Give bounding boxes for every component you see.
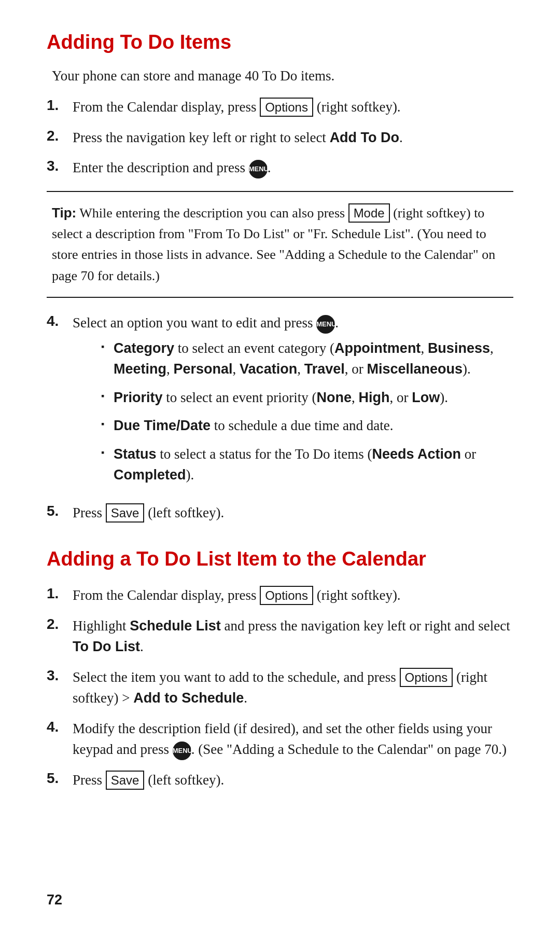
bullet-marker: ▪ [101, 338, 114, 354]
bullet-item: ▪ Due Time/Date to schedule a due time a… [101, 415, 513, 436]
options-key: Options [260, 98, 313, 117]
step-number: 3. [47, 157, 73, 174]
step-2-5: 5. Press Save (left softkey). [47, 770, 513, 791]
bold-text: Due Time/Date [114, 418, 211, 433]
bold-text: Completed [114, 467, 186, 483]
bold-text: Miscellaneous [367, 361, 463, 377]
mode-key: Mode [348, 203, 390, 223]
step-1-1: 1. From the Calendar display, press Opti… [47, 97, 513, 118]
step-2-3: 3. Select the item you want to add to th… [47, 667, 513, 709]
bullet-content: Due Time/Date to schedule a due time and… [114, 415, 513, 436]
options-key: Options [400, 668, 453, 687]
step-content: Highlight Schedule List and press the na… [73, 615, 513, 657]
step-content: Select an option you want to edit and pr… [73, 312, 513, 493]
section2-title: Adding a To Do List Item to the Calendar [47, 548, 513, 570]
step-number: 5. [47, 502, 73, 519]
bullet-content: Status to select a status for the To Do … [114, 444, 513, 486]
menu-ok-button: MENUOK [249, 160, 268, 178]
tip-label: Tip: [52, 205, 76, 221]
step-1-4: 4. Select an option you want to edit and… [47, 312, 513, 493]
menu-ok-button: MENUOK [316, 315, 335, 334]
bold-text: None [316, 390, 352, 405]
step-number: 3. [47, 667, 73, 684]
bold-text: Personal [174, 361, 233, 377]
options-key: Options [260, 586, 313, 605]
section1-title: Adding To Do Items [47, 31, 513, 53]
section1-intro: Your phone can store and manage 40 To Do… [52, 68, 513, 84]
bold-text: Appointment [334, 340, 421, 356]
bullet-item: ▪ Priority to select an event priority (… [101, 387, 513, 408]
bold-text: To Do List [73, 639, 140, 654]
bold-text: Needs Action [372, 446, 461, 462]
step-number: 5. [47, 770, 73, 787]
bullet-item: ▪ Category to select an event category (… [101, 338, 513, 380]
step-content: Select the item you want to add to the s… [73, 667, 513, 709]
step-content: From the Calendar display, press Options… [73, 585, 513, 606]
bold-text: Meeting [114, 361, 166, 377]
bullet-item: ▪ Status to select a status for the To D… [101, 444, 513, 486]
step-number: 4. [47, 312, 73, 329]
tip-box: Tip: While entering the description you … [47, 191, 513, 298]
step-number: 1. [47, 97, 73, 114]
step-1-3: 3. Enter the description and press MENUO… [47, 157, 513, 178]
bold-text: Vacation [240, 361, 297, 377]
bold-text: Low [412, 390, 440, 405]
bullet-marker: ▪ [101, 444, 114, 460]
step-1-2: 2. Press the navigation key left or righ… [47, 127, 513, 148]
step-number: 4. [47, 718, 73, 735]
step-2-4: 4. Modify the description field (if desi… [47, 718, 513, 760]
bold-text: Status [114, 446, 157, 462]
step-content: From the Calendar display, press Options… [73, 97, 513, 118]
save-key: Save [106, 771, 145, 790]
step-1-5: 5. Press Save (left softkey). [47, 502, 513, 524]
bold-text: Schedule List [130, 618, 221, 634]
bullet-content: Category to select an event category (Ap… [114, 338, 513, 380]
bold-text: High [358, 390, 389, 405]
bullet-marker: ▪ [101, 387, 114, 403]
step-number: 1. [47, 585, 73, 602]
bold-text: Category [114, 340, 174, 356]
step-content: Press the navigation key left or right t… [73, 127, 513, 148]
step-number: 2. [47, 615, 73, 633]
bold-text: Business [428, 340, 490, 356]
bold-text: Priority [114, 390, 163, 405]
step-2-1: 1. From the Calendar display, press Opti… [47, 585, 513, 606]
save-key: Save [106, 503, 145, 523]
page-number: 72 [47, 892, 62, 908]
step-2-2: 2. Highlight Schedule List and press the… [47, 615, 513, 657]
menu-ok-button: MENUOK [173, 741, 191, 760]
step-content: Modify the description field (if desired… [73, 718, 513, 760]
step-content: Press Save (left softkey). [73, 502, 513, 524]
bullet-content: Priority to select an event priority (No… [114, 387, 513, 408]
step-content: Press Save (left softkey). [73, 770, 513, 791]
section2: Adding a To Do List Item to the Calendar… [47, 548, 513, 790]
step-number: 2. [47, 127, 73, 144]
bold-text: Add to Schedule [133, 690, 244, 706]
bold-text: Travel [304, 361, 345, 377]
step-content: Enter the description and press MENUOK. [73, 157, 513, 178]
bullet-list: ▪ Category to select an event category (… [101, 338, 513, 486]
bullet-marker: ▪ [101, 415, 114, 431]
bold-text: Add To Do [330, 130, 399, 145]
